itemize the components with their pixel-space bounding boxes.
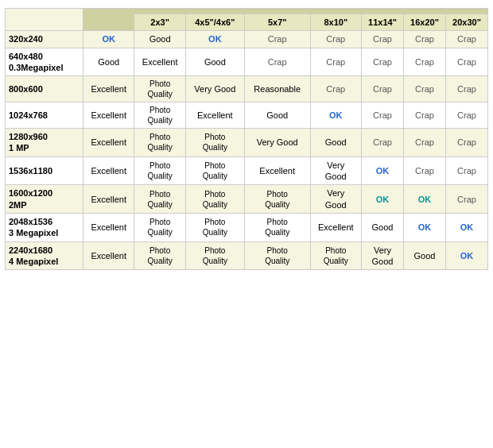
table-row: 1600x12002MPExcellentPhotoQualityPhotoQu… [6,185,488,214]
print-cell-3-3: OK [310,102,361,129]
print-cell-4-6: Crap [445,129,487,157]
capture-header [6,9,83,31]
print-cell-5-5: Crap [403,156,445,185]
size-header-1: 4x5"/4x6" [185,14,244,31]
capture-cell-3: 1024x768 [6,102,83,129]
video-cell-2: Excellent [83,76,134,102]
print-cell-5-4: OK [361,156,403,185]
video-cell-1: Good [83,48,134,76]
capture-cell-8: 2240x16804 Megapixel [6,241,83,270]
print-cell-4-4: Crap [361,129,403,157]
table-row: 1280x9601 MPExcellentPhotoQualityPhotoQu… [6,129,488,157]
print-cell-8-0: PhotoQuality [134,241,185,270]
table-row: 2240x16804 MegapixelExcellentPhotoQualit… [6,241,488,270]
print-cell-2-6: Crap [445,76,487,102]
print-cell-3-4: Crap [361,102,403,129]
print-cell-6-1: PhotoQuality [185,185,244,214]
size-header-0: 2x3" [134,14,185,31]
print-cell-8-4: VeryGood [361,241,403,270]
video-cell-7: Excellent [83,213,134,241]
print-cell-3-0: PhotoQuality [134,102,185,129]
print-cell-5-3: VeryGood [310,156,361,185]
print-cell-4-1: PhotoQuality [185,129,244,157]
print-cell-6-4: OK [361,185,403,214]
size-header-2: 5x7" [244,14,310,31]
print-cell-1-3: Crap [310,48,361,76]
video-header [83,9,134,31]
print-cell-4-0: PhotoQuality [134,129,185,157]
printsize-header [134,9,488,14]
print-cell-3-1: Excellent [185,102,244,129]
print-cell-7-1: PhotoQuality [185,213,244,241]
capture-cell-0: 320x240 [6,31,83,48]
print-cell-6-3: VeryGood [310,185,361,214]
print-cell-7-2: PhotoQuality [244,213,310,241]
size-header-3: 8x10" [310,14,361,31]
print-cell-3-5: Crap [403,102,445,129]
table-container: 2x3"4x5"/4x6"5x7"8x10"11x14"16x20"20x30"… [0,0,493,275]
print-cell-4-2: Very Good [244,129,310,157]
video-cell-3: Excellent [83,102,134,129]
table-row: 1536x1180ExcellentPhotoQualityPhotoQuali… [6,156,488,185]
print-cell-1-4: Crap [361,48,403,76]
video-cell-4: Excellent [83,129,134,157]
capture-cell-4: 1280x9601 MP [6,129,83,157]
print-cell-3-6: Crap [445,102,487,129]
print-cell-2-0: PhotoQuality [134,76,185,102]
print-cell-7-0: PhotoQuality [134,213,185,241]
capture-cell-6: 1600x12002MP [6,185,83,214]
print-cell-0-5: Crap [403,31,445,48]
capture-cell-7: 2048x15363 Megapixel [6,213,83,241]
print-cell-0-1: OK [185,31,244,48]
print-cell-5-0: PhotoQuality [134,156,185,185]
print-cell-5-6: Crap [445,156,487,185]
print-cell-5-1: PhotoQuality [185,156,244,185]
video-cell-8: Excellent [83,241,134,270]
print-cell-7-6: OK [445,213,487,241]
print-cell-2-1: Very Good [185,76,244,102]
print-cell-6-5: OK [403,185,445,214]
table-row: 320x240OKGoodOKCrapCrapCrapCrapCrap [6,31,488,48]
print-cell-8-6: OK [445,241,487,270]
print-cell-0-3: Crap [310,31,361,48]
print-cell-8-1: PhotoQuality [185,241,244,270]
size-header-4: 11x14" [361,14,403,31]
print-cell-4-5: Crap [403,129,445,157]
print-cell-8-2: PhotoQuality [244,241,310,270]
quality-table: 2x3"4x5"/4x6"5x7"8x10"11x14"16x20"20x30"… [5,8,488,270]
print-cell-0-2: Crap [244,31,310,48]
capture-cell-5: 1536x1180 [6,156,83,185]
print-cell-7-4: Good [361,213,403,241]
print-cell-8-3: PhotoQuality [310,241,361,270]
print-cell-7-3: Excellent [310,213,361,241]
print-cell-2-4: Crap [361,76,403,102]
table-row: 800x600ExcellentPhotoQualityVery GoodRea… [6,76,488,102]
print-cell-6-0: PhotoQuality [134,185,185,214]
table-row: 1024x768ExcellentPhotoQualityExcellentGo… [6,102,488,129]
print-cell-3-2: Good [244,102,310,129]
print-cell-8-5: Good [403,241,445,270]
print-cell-1-6: Crap [445,48,487,76]
size-header-5: 16x20" [403,14,445,31]
capture-cell-2: 800x600 [6,76,83,102]
table-row: 640x4800.3MegapixelGoodExcellentGoodCrap… [6,48,488,76]
print-cell-2-3: Crap [310,76,361,102]
print-cell-4-3: Good [310,129,361,157]
print-cell-6-6: Crap [445,185,487,214]
print-cell-1-5: Crap [403,48,445,76]
print-cell-6-2: PhotoQuality [244,185,310,214]
video-cell-6: Excellent [83,185,134,214]
print-cell-1-0: Excellent [134,48,185,76]
print-cell-0-4: Crap [361,31,403,48]
table-row: 2048x15363 MegapixelExcellentPhotoQualit… [6,213,488,241]
print-cell-0-0: Good [134,31,185,48]
print-cell-7-5: OK [403,213,445,241]
print-cell-0-6: Crap [445,31,487,48]
print-cell-2-2: Reasonable [244,76,310,102]
print-cell-1-1: Good [185,48,244,76]
size-header-6: 20x30" [445,14,487,31]
video-cell-5: Excellent [83,156,134,185]
capture-cell-1: 640x4800.3Megapixel [6,48,83,76]
print-cell-2-5: Crap [403,76,445,102]
print-cell-5-2: Excellent [244,156,310,185]
